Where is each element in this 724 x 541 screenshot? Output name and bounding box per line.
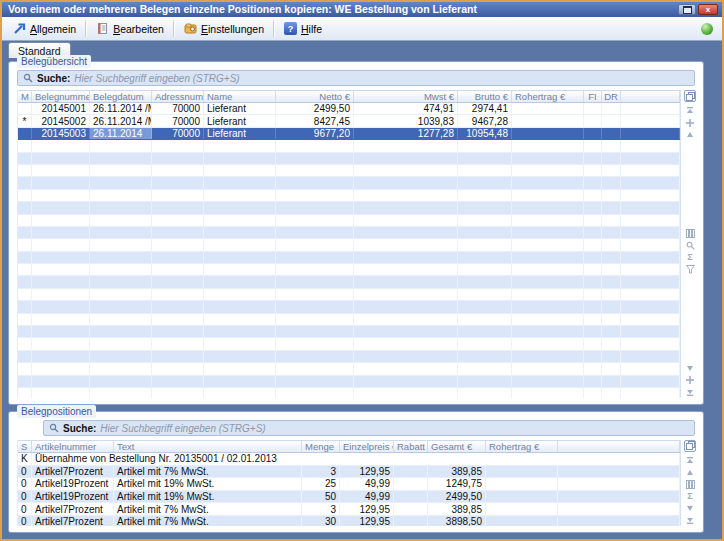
table-row[interactable]: *2014500226.11.2014 /M70000Lieferant8427… [18, 115, 680, 127]
row-down-icon[interactable] [685, 503, 695, 513]
row-up-icon[interactable] [685, 130, 695, 140]
cell [602, 153, 621, 164]
cell [512, 264, 584, 275]
cell [32, 388, 90, 398]
column-header-belegnumme[interactable]: Belegnumme [32, 91, 90, 102]
page-up-icon[interactable] [685, 118, 695, 128]
column-header-rohertrag-[interactable]: Rohertrag € [512, 91, 584, 102]
empty-row [18, 215, 680, 227]
cell [204, 363, 276, 374]
copy-icon[interactable] [684, 440, 696, 452]
table-row[interactable]: 0Artikel19ProzentArtikel mit 19% MwSt.25… [18, 478, 680, 491]
cell [354, 388, 458, 398]
cell [32, 276, 90, 287]
column-chooser-icon[interactable] [685, 229, 695, 239]
scroll-to-top-icon[interactable] [685, 106, 695, 116]
cell [32, 326, 90, 337]
column-header-fi[interactable]: FI [584, 91, 602, 102]
cell [394, 478, 428, 490]
cell [152, 338, 204, 349]
positions-search-input[interactable]: Suche: Hier Suchbegriff eingeben (STRG+S… [43, 420, 695, 436]
cell [458, 338, 512, 349]
cell: Artikel mit 19% MwSt. [114, 478, 302, 490]
table-row[interactable]: 2014500326.11.201470000Lieferant9677,201… [18, 128, 680, 140]
cell [602, 301, 621, 312]
toolbar-button-bearbeiten[interactable]: Bearbeiten [90, 20, 170, 37]
cell [602, 326, 621, 337]
column-header-gesamt-[interactable]: Gesamt € [428, 441, 486, 452]
cell [458, 388, 512, 398]
cell [90, 177, 152, 188]
cell [621, 165, 680, 176]
cell [276, 202, 354, 213]
zoom-icon[interactable] [685, 241, 695, 251]
cell [354, 140, 458, 151]
table-row[interactable]: 0Artikel19ProzentArtikel mit 19% MwSt.50… [18, 491, 680, 504]
cell [512, 153, 584, 164]
column-chooser-icon[interactable] [685, 480, 695, 490]
empty-row [18, 301, 680, 313]
page-down-icon[interactable] [685, 375, 695, 385]
column-header-rohertrag-[interactable]: Rohertrag € [486, 441, 558, 452]
filter-icon[interactable] [685, 265, 695, 275]
table-row[interactable]: 0Artikel7ProzentArtikel mit 7% MwSt.3129… [18, 466, 680, 479]
cell [32, 301, 90, 312]
cell [90, 363, 152, 374]
cell [276, 140, 354, 151]
scroll-to-bottom-icon[interactable] [685, 515, 695, 525]
cell [90, 215, 152, 226]
column-header-dr[interactable]: DR [602, 91, 621, 102]
cell [458, 326, 512, 337]
cell [18, 177, 32, 188]
cell [276, 177, 354, 188]
cell [354, 215, 458, 226]
copy-icon[interactable] [684, 90, 696, 102]
cell: 3 [302, 503, 340, 515]
empty-row [18, 363, 680, 375]
row-up-icon[interactable] [685, 468, 695, 478]
column-header-belegdatum[interactable]: Belegdatum [90, 91, 152, 102]
sum-icon[interactable]: Σ [685, 253, 695, 263]
cell [276, 276, 354, 287]
column-header-name[interactable]: Name [204, 91, 276, 102]
toolbar-button-allgemein[interactable]: Allgemein [7, 20, 82, 37]
scroll-to-top-icon[interactable] [685, 456, 695, 466]
cell [621, 177, 680, 188]
cell [354, 177, 458, 188]
restore-button[interactable] [678, 4, 696, 15]
table-row[interactable]: 2014500126.11.2014 /M70000Lieferant2499,… [18, 103, 680, 115]
cell [512, 103, 584, 114]
cell: 0 [18, 466, 32, 478]
column-header-einzelpreis-[interactable]: Einzelpreis € [340, 441, 394, 452]
column-header-artikelnummer[interactable]: Artikelnummer [32, 441, 114, 452]
cell [18, 388, 32, 398]
cell: Artikel mit 7% MwSt. [114, 503, 302, 515]
column-header-m[interactable]: M [18, 91, 32, 102]
column-header-s[interactable]: S [18, 441, 32, 452]
column-header-text[interactable]: Text [114, 441, 302, 452]
cell: * [18, 115, 32, 126]
sum-icon[interactable]: Σ [685, 491, 695, 501]
cell: 49,99 [340, 491, 394, 503]
toolbar-button-einstellungen[interactable]: Einstellungen [178, 20, 270, 37]
table-row[interactable]: 0Artikel7ProzentArtikel mit 7% MwSt.3129… [18, 503, 680, 516]
column-header-rabatt-[interactable]: Rabatt % [394, 441, 428, 452]
overview-search-input[interactable]: Suche: Hier Suchbegriff eingeben (STRG+S… [17, 70, 695, 86]
column-header-netto-[interactable]: Netto € [276, 91, 354, 102]
toolbar-button-hilfe[interactable]: ?Hilfe [278, 20, 328, 37]
table-row[interactable]: KÜbernahme von Bestellung Nr. 20135001 /… [18, 453, 680, 466]
column-header-mwst-[interactable]: Mwst € [354, 91, 458, 102]
table-row[interactable]: 0Artikel7ProzentArtikel mit 7% MwSt.3012… [18, 516, 680, 526]
cell [394, 503, 428, 515]
status-orb-icon[interactable] [701, 23, 713, 35]
column-header-adressnumm[interactable]: Adressnumm [152, 91, 204, 102]
cell [354, 227, 458, 238]
cell: 0 [18, 491, 32, 503]
column-header-brutto-[interactable]: Brutto € [458, 91, 512, 102]
scroll-to-bottom-icon[interactable] [685, 387, 695, 397]
close-button[interactable]: x [698, 4, 718, 15]
cell [354, 351, 458, 362]
row-down-icon[interactable] [685, 363, 695, 373]
cell [90, 326, 152, 337]
column-header-menge[interactable]: Menge [302, 441, 340, 452]
